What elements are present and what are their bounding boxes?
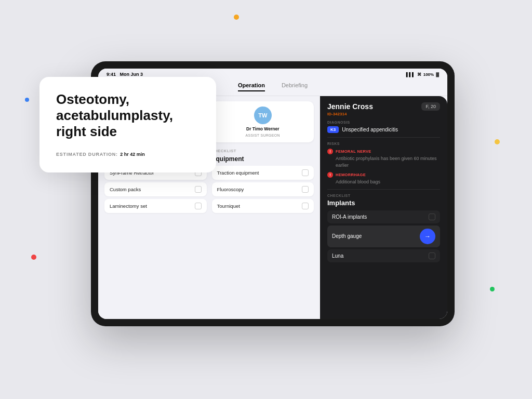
arrow-icon: →	[424, 233, 431, 240]
implants-checklist-title: Implants	[327, 199, 440, 207]
risk-icon-1: !	[327, 172, 333, 178]
duration-label: ESTIMATED DURATION:	[56, 152, 118, 157]
equipment-item-label-2: Tourniquet	[217, 203, 240, 209]
checkbox-equipment-0[interactable]	[302, 169, 309, 176]
equipment-title: Equipment	[212, 155, 314, 163]
equipment-label: CHECKLIST	[212, 149, 314, 153]
risk-title-text-0: FEMORAL NERVE	[336, 149, 371, 154]
implants-checklist-section: CHECKLIST Implants ROI-A implants Depth …	[327, 194, 440, 262]
risk-desc-0: Antibiotic prophylaxis has been given 60…	[336, 155, 440, 168]
signal-icon: ▌▌▌	[406, 72, 415, 77]
diagnosis-section: DIAGNOSIS K3 Unspecified appendicitis	[327, 121, 440, 133]
tab-operation[interactable]: Operation	[238, 82, 265, 91]
risk-item-0: ! FEMORAL NERVE Antibiotic prophylaxis h…	[327, 149, 440, 168]
status-time: 9:41 Mon Jun 3	[107, 72, 143, 77]
instruments-item-label-2: Laminectomy set	[110, 203, 147, 209]
checkbox-instruments-1[interactable]	[195, 186, 202, 193]
surgeon-card-1: TW Dr Timo Werner ASSIST SURGEON	[212, 101, 314, 142]
dot-yellow	[495, 139, 500, 144]
instruments-item-1: Custom packs	[104, 182, 207, 196]
surgeon-avatar-1: TW	[254, 107, 272, 124]
dot-green	[490, 287, 495, 291]
checkbox-equipment-2[interactable]	[302, 203, 309, 209]
equipment-item-2: Tourniquet	[212, 199, 314, 213]
battery-text: 100%	[423, 72, 434, 77]
instruments-item-label-1: Custom packs	[110, 187, 141, 192]
patient-name: Jennie Cross	[327, 102, 373, 111]
duration-value: 2 hr 42 min	[120, 152, 145, 157]
equipment-item-label-0: Traction equipment	[217, 170, 259, 176]
checkbox-implants-0[interactable]	[429, 214, 435, 220]
surgeon-name-1: Dr Timo Werner	[246, 126, 279, 131]
surgeon-role-1: ASSIST SURGEON	[246, 134, 280, 137]
dark-panel: Jennie Cross ID-342314 F, 20 DIAGNOSIS K…	[320, 96, 447, 319]
dot-blue	[25, 98, 29, 102]
dot-orange	[234, 15, 239, 20]
checkbox-implants-2[interactable]	[429, 252, 435, 259]
implants-item-label-0: ROI-A implants	[332, 214, 367, 220]
implants-item-1: Depth gauge →	[327, 225, 440, 247]
equipment-item-0: Traction equipment	[212, 166, 314, 180]
implants-item-0: ROI-A implants	[327, 210, 440, 223]
diagnosis-label: DIAGNOSIS	[327, 121, 440, 124]
risk-title-1: ! HEMORRHAGE	[327, 172, 440, 178]
arrow-button[interactable]: →	[420, 229, 435, 244]
diagnosis-row: K3 Unspecified appendicitis	[327, 126, 440, 133]
equipment-item-1: Fluoroscopy	[212, 182, 314, 196]
implants-item-label-1: Depth gauge	[332, 233, 362, 239]
divider	[327, 137, 440, 138]
patient-header: Jennie Cross ID-342314 F, 20	[327, 102, 440, 116]
wifi-icon: ⌘	[417, 72, 421, 77]
equipment-item-label-1: Fluoroscopy	[217, 187, 244, 192]
patient-badge: F, 20	[421, 102, 440, 111]
risk-item-1: ! HEMORRHAGE Additional blood bags	[327, 172, 440, 185]
equipment-col: CHECKLIST Equipment Traction equipment F…	[212, 149, 314, 216]
checkbox-instruments-2[interactable]	[195, 203, 202, 209]
risks-section: RISKS ! FEMORAL NERVE Antibiotic prophyl…	[327, 142, 440, 185]
white-card-duration: ESTIMATED DURATION: 2 hr 42 min	[56, 149, 200, 158]
white-card-title: Osteotomy, acetabulumplasty, right side	[56, 91, 200, 140]
white-card: Osteotomy, acetabulumplasty, right side …	[39, 77, 216, 172]
risk-desc-1: Additional blood bags	[336, 179, 440, 185]
patient-id: ID-342314	[327, 112, 373, 116]
dot-red	[31, 255, 36, 260]
battery-icon: ▓	[436, 72, 439, 77]
risk-icon-0: !	[327, 149, 333, 154]
risk-title-text-1: HEMORRHAGE	[336, 172, 366, 177]
status-right: ▌▌▌ ⌘ 100% ▓	[406, 72, 439, 77]
tab-debriefing[interactable]: Debriefing	[282, 82, 308, 91]
risks-label: RISKS	[327, 142, 440, 145]
implants-checklist-label: CHECKLIST	[327, 194, 440, 197]
diagnosis-text: Unspecified appendicitis	[342, 127, 398, 132]
risk-title-0: ! FEMORAL NERVE	[327, 149, 440, 154]
instruments-item-2: Laminectomy set	[104, 199, 207, 213]
implants-item-2: Luna	[327, 249, 440, 262]
diagnosis-tag: K3	[327, 126, 339, 133]
implants-item-label-2: Luna	[332, 253, 343, 259]
checkbox-equipment-1[interactable]	[302, 186, 309, 193]
divider2	[327, 189, 440, 190]
